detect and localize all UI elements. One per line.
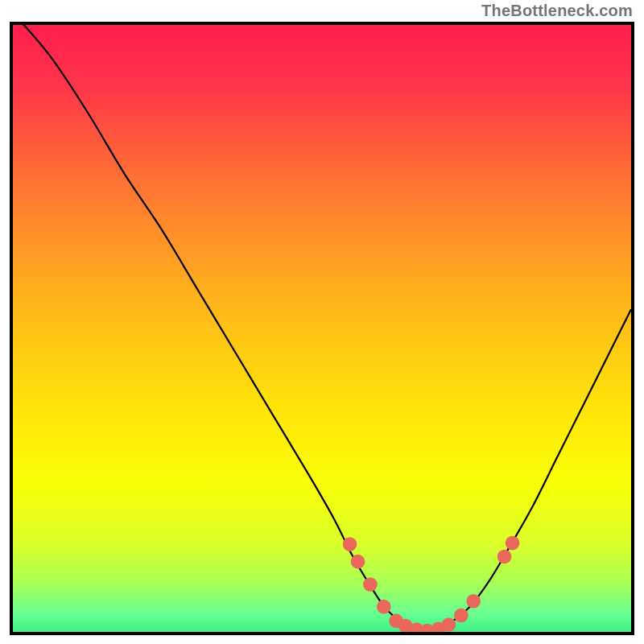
highlight-dot — [377, 600, 391, 614]
plot-frame — [10, 22, 634, 635]
highlight-dot — [442, 617, 456, 632]
highlight-dot — [506, 536, 520, 551]
highlight-dot — [454, 609, 469, 623]
bottleneck-curve — [13, 25, 631, 631]
highlight-dot — [497, 550, 512, 564]
chart-container: TheBottleneck.com — [0, 0, 644, 644]
highlight-dot — [363, 577, 378, 592]
curve-layer — [13, 25, 631, 632]
highlight-markers — [343, 536, 520, 632]
attribution-label: TheBottleneck.com — [481, 2, 633, 20]
highlight-dot — [466, 594, 481, 609]
highlight-dot — [351, 555, 365, 569]
plot-area — [13, 25, 631, 632]
highlight-dot — [343, 537, 357, 551]
